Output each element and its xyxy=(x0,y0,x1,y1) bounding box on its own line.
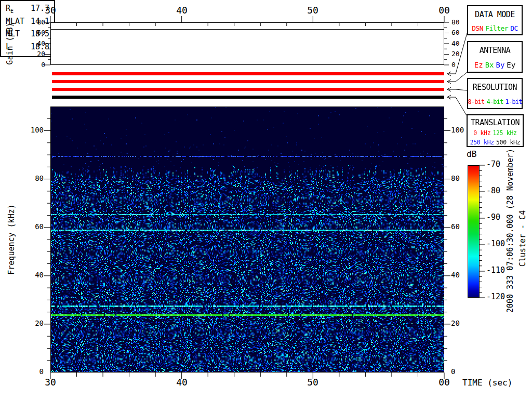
spectrogram-plot xyxy=(50,107,444,373)
legend-option-125khz: 125 kHz xyxy=(493,129,516,137)
colorbar-tick-label: -110 xyxy=(486,267,505,274)
colorbar-tick-label: -70 xyxy=(486,161,500,168)
freq-ytick-label-left: 80 xyxy=(23,175,44,182)
legend-box-translation: TRANSLATION 0 kHz 125 kHz 250 kHz 500 kH… xyxy=(467,114,524,147)
gain-trace xyxy=(51,29,444,30)
legend-option-1bit: 1-bit xyxy=(506,98,522,105)
legend-title: TRANSLATION xyxy=(471,118,520,127)
legend-option-bx: Bx xyxy=(485,61,494,69)
status-bar-translation xyxy=(52,96,444,99)
spectrogram-canvas xyxy=(51,107,444,372)
freq-ytick-label-left: 60 xyxy=(23,223,44,230)
legend-options-row1: 0 kHz 125 kHz xyxy=(472,129,518,137)
top-axis-tick-label: 40 xyxy=(176,6,188,15)
freq-ytick-label-left: 20 xyxy=(23,320,44,327)
freq-ytick-label-right: 0 xyxy=(451,368,455,375)
bottom-axis-tick-label: 30 xyxy=(45,378,56,387)
legend-option-250khz: 250 kHz xyxy=(470,139,494,146)
legend-options: 8-bit 4-bit 1-bit xyxy=(467,98,523,105)
legend-title: RESOLUTION xyxy=(473,83,517,92)
legend-title: ANTENNA xyxy=(480,46,511,55)
freq-ytick-label-left: 0 xyxy=(23,368,44,375)
wbd-spectrogram-page: { "plot_header": { "time_ticks_top": ["3… xyxy=(0,0,532,399)
legend-option-ez: Ez xyxy=(474,61,483,69)
freq-ytick-label-left: 40 xyxy=(23,271,44,278)
legend-option-4bit: 4-bit xyxy=(486,98,503,105)
gain-ytick-label-left: 40 xyxy=(26,40,45,47)
legend-option-filter: Filter xyxy=(485,24,508,32)
status-bar-resolution xyxy=(52,88,444,91)
ephemeris-row-re: RE 17.7 xyxy=(6,5,49,14)
gain-ytick-label-right: 0 xyxy=(451,61,456,68)
legend-options: Ez Bx By Ey xyxy=(473,61,516,69)
colorbar-gradient xyxy=(468,165,480,298)
gain-ytick-label-left: 20 xyxy=(26,50,45,57)
legend-option-500khz: 500 kHz xyxy=(496,139,520,146)
legend-box-data-mode: DATA MODE DSN Filter DC xyxy=(467,5,523,35)
colorbar-tick-label: -90 xyxy=(486,214,500,221)
freq-ytick-label-right: 80 xyxy=(451,175,460,182)
freq-ytick-label-right: 40 xyxy=(451,271,460,278)
colorbar-tick-label: -80 xyxy=(486,187,500,195)
colorbar-db-label: dB xyxy=(467,150,476,158)
top-axis-tick-label: 50 xyxy=(307,6,318,15)
gain-ytick-label-left: 0 xyxy=(26,61,45,68)
legend-option-by: By xyxy=(496,61,505,69)
freq-ytick-label-right: 20 xyxy=(451,320,460,327)
spacecraft-label: Cluster - C4 xyxy=(519,210,527,267)
legend-option-8bit: 8-bit xyxy=(468,98,484,105)
legend-box-antenna: ANTENNA Ez Bx By Ey xyxy=(467,41,523,73)
bottom-axis-tick-label: 50 xyxy=(307,378,318,387)
freq-ytick-label-right: 60 xyxy=(451,223,460,230)
gain-axis-title: Gain (dB) xyxy=(6,22,14,64)
status-bar-data-mode xyxy=(52,72,444,75)
legend-options: DSN Filter DC xyxy=(471,24,519,32)
bottom-axis-tick-label: 40 xyxy=(176,378,188,387)
gain-ytick-label-left: 80 xyxy=(26,19,45,25)
bottom-axis-tick-label: 00 xyxy=(438,378,450,387)
freq-ytick-label-left: 100 xyxy=(23,126,44,134)
gain-ytick-label-right: 40 xyxy=(451,40,460,47)
gain-ytick-label-right: 60 xyxy=(451,29,460,36)
freq-ytick-label-right: 100 xyxy=(451,126,464,134)
legend-option-ey: Ey xyxy=(507,61,515,69)
datetime-label: 2000 333 07:06:30.000 (28 November) xyxy=(507,149,514,313)
legend-options-row2: 250 kHz 500 kHz xyxy=(469,139,522,146)
colorbar-tick-label: -120 xyxy=(486,293,505,301)
status-bar-antenna xyxy=(52,80,444,83)
legend-option-0khz: 0 kHz xyxy=(473,129,490,137)
time-axis-label: TIME (sec) xyxy=(462,379,512,387)
ephemeris-label: RE xyxy=(6,5,14,14)
legend-title: DATA MODE xyxy=(475,10,515,19)
legend-box-resolution: RESOLUTION 8-bit 4-bit 1-bit xyxy=(467,78,523,109)
legend-option-dsn: DSN xyxy=(472,24,483,32)
top-axis-tick-label: 30 xyxy=(45,6,56,15)
top-axis-tick-label: 00 xyxy=(438,6,450,15)
frequency-axis-title: Frequency (kHz) xyxy=(8,204,16,274)
colorbar-tick-label: -100 xyxy=(486,240,505,248)
legend-option-dc: DC xyxy=(510,24,518,32)
gain-ytick-label-right: 20 xyxy=(451,50,460,57)
gain-ytick-label-right: 80 xyxy=(451,19,460,25)
gain-ytick-label-left: 60 xyxy=(26,29,45,36)
